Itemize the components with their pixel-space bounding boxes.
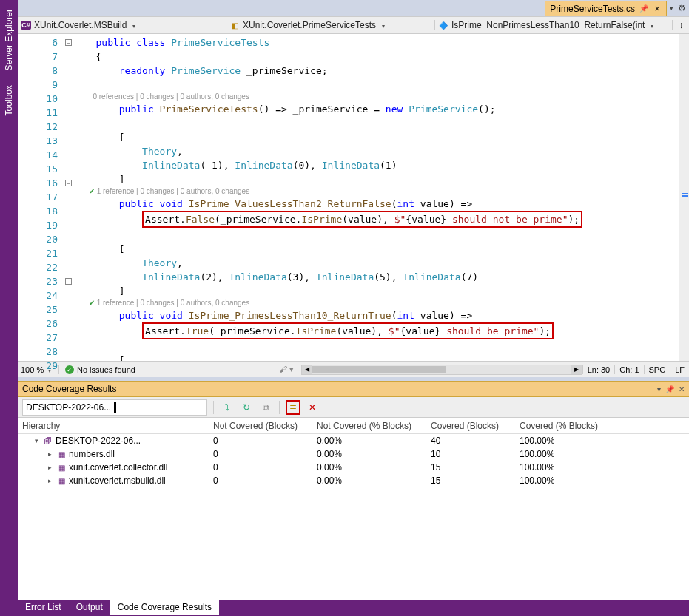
merge-results-button[interactable]: ⧉	[258, 400, 273, 415]
method-icon	[438, 20, 448, 30]
close-icon[interactable]: ✕	[679, 385, 685, 393]
gear-icon[interactable]: ⚙	[678, 3, 686, 13]
tab-error-list[interactable]: Error List	[18, 600, 69, 615]
bottom-tool-tabs: Error List Output Code Coverage Results	[18, 600, 689, 616]
nav-member-dropdown[interactable]: IsPrime_NonPrimesLessThan10_ReturnFalse(…	[435, 20, 673, 30]
col-covered-pct[interactable]: Covered (% Blocks)	[515, 418, 689, 433]
panel-title-bar: Code Coverage Results ▾ 📌 ✕	[18, 381, 689, 397]
show-coloring-button[interactable]: ≣	[286, 400, 300, 415]
rail-tab-toolbox[interactable]: Toolbox	[2, 78, 16, 123]
eol-mode[interactable]: LF	[670, 365, 689, 374]
code-nav-bar: C# XUnit.Coverlet.MSBuild XUnit.Coverlet…	[18, 16, 689, 34]
results-icon	[44, 436, 53, 445]
module-icon	[57, 463, 66, 472]
code-coverage-panel: Code Coverage Results ▾ 📌 ✕ DESKTOP-2022…	[18, 381, 689, 600]
editor-status-bar: 100 % ✓ No issues found 🖌 ▾ ◀ ▶ Ln: 30 C…	[18, 361, 689, 377]
tab-code-coverage[interactable]: Code Coverage Results	[110, 600, 219, 615]
left-tool-rail: Server Explorer Toolbox	[0, 0, 18, 616]
nav-project-dropdown[interactable]: C# XUnit.Coverlet.MSBuild	[18, 20, 226, 30]
code-editor[interactable]: 6789101112131415161718192021222324252627…	[18, 34, 689, 361]
nav-class-dropdown[interactable]: XUnit.Coverlet.PrimeServiceTests	[226, 20, 435, 30]
class-icon	[229, 20, 240, 30]
csharp-project-icon: C#	[21, 21, 31, 30]
tree-toggle-icon[interactable]: ▾	[33, 437, 41, 444]
code-surface[interactable]: public class PrimeServiceTests { readonl…	[78, 34, 689, 361]
chevron-down-icon	[648, 20, 653, 30]
document-tab-strip: PrimeServiceTests.cs × ▾ ⚙	[18, 0, 689, 16]
module-icon	[57, 450, 66, 458]
line-number-gutter: 6789101112131415161718192021222324252627…	[22, 34, 65, 361]
coverage-row[interactable]: ▸xunit.coverlet.msbuild.dll00.00%15100.0…	[18, 474, 689, 487]
active-files-dropdown-icon[interactable]: ▾	[670, 4, 673, 12]
rail-tab-server-explorer[interactable]: Server Explorer	[2, 1, 16, 78]
coverage-row[interactable]: ▸xunit.coverlet.collector.dll00.00%15100…	[18, 461, 689, 474]
tree-toggle-icon[interactable]: ▸	[46, 450, 54, 458]
indent-mode[interactable]: SPC	[644, 365, 670, 374]
export-results-button[interactable]: ↻	[239, 400, 254, 415]
cleanup-icon[interactable]: 🖌 ▾	[272, 365, 301, 374]
coverage-tree[interactable]: ▾DESKTOP-2022-06...00.00%40100.00%▸numbe…	[18, 434, 689, 600]
split-window-button[interactable]: ↕	[673, 17, 689, 33]
col-not-covered-pct[interactable]: Not Covered (% Blocks)	[312, 418, 426, 433]
document-tab-label: PrimeServiceTests.cs	[550, 4, 635, 14]
coverage-row[interactable]: ▸numbers.dll00.00%10100.00%	[18, 447, 689, 461]
col-not-covered-blocks[interactable]: Not Covered (Blocks)	[209, 418, 312, 433]
col-hierarchy[interactable]: Hierarchy	[18, 418, 209, 433]
issues-indicator[interactable]: ✓ No issues found	[59, 365, 272, 374]
tab-output[interactable]: Output	[69, 600, 110, 615]
coverage-row[interactable]: ▾DESKTOP-2022-06...00.00%40100.00%	[18, 434, 689, 447]
tree-toggle-icon[interactable]: ▸	[46, 477, 54, 484]
scroll-right-icon[interactable]: ▶	[571, 365, 582, 374]
scroll-left-icon[interactable]: ◀	[302, 365, 312, 374]
remove-button[interactable]: ✕	[305, 400, 320, 415]
document-tab-active[interactable]: PrimeServiceTests.cs ×	[545, 1, 667, 16]
window-menu-icon[interactable]: ▾	[657, 385, 661, 393]
scroll-thumb[interactable]	[312, 366, 446, 373]
chevron-down-icon	[130, 20, 135, 30]
horizontal-scrollbar[interactable]: ◀ ▶	[301, 365, 582, 375]
pin-icon[interactable]: 📌	[665, 385, 674, 393]
import-results-button[interactable]: ⤵	[220, 400, 235, 415]
pin-icon[interactable]	[639, 4, 648, 13]
coverage-toolbar: DESKTOP-2022-06... ⤵ ↻ ⧉ ≣ ✕	[18, 397, 689, 418]
caret-col: Ch: 1	[614, 365, 643, 374]
chevron-down-icon	[379, 20, 385, 30]
close-icon[interactable]: ×	[653, 4, 662, 13]
module-icon	[57, 476, 66, 485]
panel-title: Code Coverage Results	[22, 384, 116, 394]
coverage-column-headers: Hierarchy Not Covered (Blocks) Not Cover…	[18, 418, 689, 434]
fold-column[interactable]: −−−	[65, 34, 78, 361]
col-covered-blocks[interactable]: Covered (Blocks)	[426, 418, 515, 433]
vertical-scrollbar[interactable]	[679, 34, 689, 361]
tree-toggle-icon[interactable]: ▸	[46, 464, 54, 471]
coverage-results-dropdown[interactable]: DESKTOP-2022-06...	[22, 399, 207, 416]
caret-line: Ln: 30	[582, 365, 615, 374]
